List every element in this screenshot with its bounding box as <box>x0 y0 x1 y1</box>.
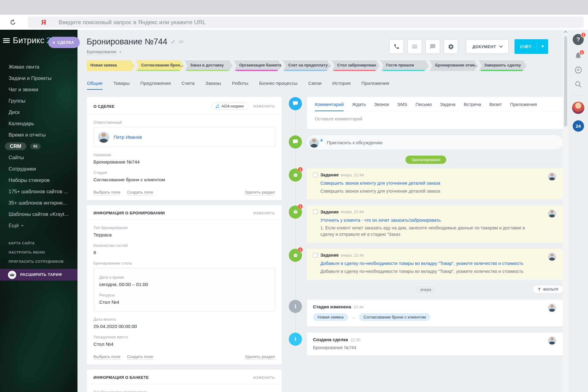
help-button[interactable]: ? 1 <box>573 34 584 45</box>
booking-type-value[interactable]: Терраса <box>93 232 275 238</box>
sidebar-item-time-reports[interactable]: Время и отчеты <box>0 129 77 141</box>
visit-date-value[interactable]: 29.04.2020 00:00:00 <box>93 324 275 329</box>
filter-button[interactable]: ФИЛЬТР <box>533 286 563 293</box>
tab-general[interactable]: Общие <box>87 81 103 90</box>
settings-gear-button[interactable] <box>443 39 458 54</box>
sidebar-item-krayt-templates[interactable]: Шаблоны сайтов «Krayt... <box>0 209 77 220</box>
edit-link[interactable]: ИЗМЕНИТЬ <box>253 211 275 215</box>
sidebar-item-tasks[interactable]: Задачи и Проекты <box>0 73 77 84</box>
edit-title-pencil-icon[interactable] <box>171 40 175 44</box>
tab-products[interactable]: Товары <box>113 81 130 90</box>
stage-new-request[interactable]: Новая заявка <box>87 60 135 71</box>
compose-tab-email[interactable]: Письмо <box>416 102 432 111</box>
call-button[interactable] <box>389 39 404 54</box>
copy-link-icon[interactable] <box>179 39 184 44</box>
stage-table-booked[interactable]: Стол забронирован <box>332 60 380 71</box>
sidebar-item-employees[interactable]: Сотрудники <box>0 163 77 175</box>
scrollbar-thumb[interactable] <box>564 36 567 126</box>
deal-tab-pill[interactable]: × СДЕЛКА <box>48 37 80 48</box>
task-checkbox[interactable] <box>313 173 318 177</box>
sitemap-link[interactable]: КАРТА САЙТА <box>0 239 77 248</box>
marta-assistant-avatar[interactable] <box>572 102 584 114</box>
task-checkbox[interactable] <box>313 209 318 214</box>
stage-guests-arrived[interactable]: Гости пришли <box>381 60 429 71</box>
delete-section-link[interactable]: Удалить раздел <box>245 354 275 360</box>
edit-link[interactable]: ИЗМЕНИТЬ <box>253 376 275 379</box>
sidebar-item-groups[interactable]: Группы <box>0 95 77 107</box>
select-field-link[interactable]: Выбрать поле <box>93 190 120 195</box>
tab-relations[interactable]: Связи <box>308 81 322 90</box>
sidebar-item-sites[interactable]: Сайты <box>0 152 77 163</box>
task-link[interactable]: Уточнить у клиента - что он хочет заказа… <box>320 217 557 224</box>
edit-link[interactable]: ИЗМЕНИТЬ <box>253 104 275 108</box>
responsible-name-link[interactable]: Петр Иванов <box>114 134 142 140</box>
compose-tab-visit[interactable]: Визит <box>489 102 502 111</box>
sidebar-item-calendar[interactable]: Календарь <box>0 118 77 129</box>
compose-tab-task[interactable]: Задача <box>440 102 455 111</box>
sidebar-item-more[interactable]: Ещё <box>0 220 77 231</box>
compose-tab-comment[interactable]: Комментарий <box>315 102 344 111</box>
tab-invoices[interactable]: Счета <box>182 81 195 90</box>
guests-count-value[interactable]: 8 <box>93 250 275 255</box>
stage-close-deal[interactable]: Завершить сделку <box>479 60 527 71</box>
create-field-link[interactable]: Создать поле <box>127 354 153 360</box>
support-chat-button[interactable] <box>574 66 582 74</box>
compose-tab-apps[interactable]: Приложения <box>510 102 537 111</box>
ai-scoring-button[interactable]: AI24-скоринг <box>212 103 248 110</box>
search-button[interactable] <box>575 81 582 88</box>
document-button[interactable]: ДОКУМЕНТ <box>466 39 508 54</box>
close-icon[interactable]: × <box>52 40 55 45</box>
stage-booking-cancelled[interactable]: Бронирование отме... <box>430 60 478 71</box>
avatar <box>548 209 556 217</box>
name-value[interactable]: Бронирование №744 <box>93 159 275 165</box>
chevron-down-icon[interactable] <box>119 51 122 53</box>
configure-menu-link[interactable]: НАСТРОИТЬ МЕНЮ <box>0 248 77 257</box>
stage-delivery-order[interactable]: Заказ в доставку <box>185 60 233 71</box>
compose-tab-sms[interactable]: SMS <box>397 102 407 111</box>
sidebar-item-crm[interactable]: CRM 95 <box>0 141 77 152</box>
select-field-link[interactable]: Выбрать поле <box>93 354 120 360</box>
task-checkbox[interactable] <box>313 253 318 258</box>
stage-value[interactable]: Согласование брони с клиентом <box>93 177 275 183</box>
ai-molecule-icon <box>215 104 220 108</box>
datetime-value[interactable]: сегодня, 00:00 – 01:00 <box>99 282 269 287</box>
tab-applications[interactable]: Приложения <box>361 81 389 90</box>
sidebar-item-chat[interactable]: Чат и звонки <box>0 84 77 95</box>
create-field-link[interactable]: Создать поле <box>127 190 153 195</box>
tab-robots[interactable]: Роботы <box>232 81 248 90</box>
notifications-button[interactable]: 1 <box>574 51 582 59</box>
compose-tab-wait[interactable]: Ждать <box>352 102 366 111</box>
bitrix24-button[interactable]: 24 <box>573 120 584 132</box>
seat-value[interactable]: Стол №4 <box>93 341 275 347</box>
sidebar-item-shop-templates[interactable]: 35+ шаблонов интерне... <box>0 197 77 209</box>
deal-category[interactable]: Бронирование <box>87 49 117 55</box>
tab-history[interactable]: История <box>332 81 351 90</box>
email-button[interactable] <box>407 39 422 54</box>
tab-orders[interactable]: Заказы <box>205 81 221 90</box>
sidebar-item-stickers[interactable]: Наборы стикеров <box>0 175 77 186</box>
sidebar-item-disk[interactable]: Диск <box>0 107 77 118</box>
scroll-up-arrow[interactable] <box>564 31 567 35</box>
menu-hamburger-icon[interactable] <box>3 38 10 43</box>
sidebar-item-live-feed[interactable]: Живая лента <box>0 61 77 73</box>
comment-input[interactable]: Оставьте комментарий <box>307 111 563 129</box>
invoice-button[interactable]: СЧЁТ <box>514 39 548 54</box>
upgrade-plan-button[interactable]: РАСШИРИТЬ ТАРИФ <box>0 269 77 281</box>
tab-quotes[interactable]: Предложения <box>140 81 171 90</box>
delete-section-link[interactable]: Удалить раздел <box>245 190 275 195</box>
stage-banquet-organization[interactable]: Организация банкета <box>234 60 282 71</box>
url-input[interactable]: Я Введите поисковый запрос в Яндекс или … <box>28 17 584 28</box>
stage-prepayment-invoice[interactable]: Счет на предоплату ... <box>283 60 331 71</box>
invite-employees-link[interactable]: ПРИГЛАСИТЬ СОТРУДНИКОВ <box>0 257 77 266</box>
compose-tab-call[interactable]: Звонок <box>374 102 389 111</box>
sidebar-item-site-templates[interactable]: 175+ шаблонов сайтов ... <box>0 186 77 197</box>
compose-tab-meeting[interactable]: Встреча <box>464 102 481 111</box>
invite-to-discussion-button[interactable]: + Пригласить к обсуждению <box>307 135 563 149</box>
task-link[interactable]: Совершить звонок клиенту для уточнения д… <box>320 180 557 187</box>
stage-booking-approval[interactable]: Согласование брон... <box>136 60 184 71</box>
reload-icon[interactable] <box>7 17 19 28</box>
chat-button[interactable] <box>425 39 440 54</box>
task-link[interactable]: Добавьте в сделку по-необходимости товар… <box>320 261 557 267</box>
tab-business-processes[interactable]: Бизнес-процессы <box>259 81 298 90</box>
resources-value[interactable]: Стол №4 <box>99 300 269 305</box>
